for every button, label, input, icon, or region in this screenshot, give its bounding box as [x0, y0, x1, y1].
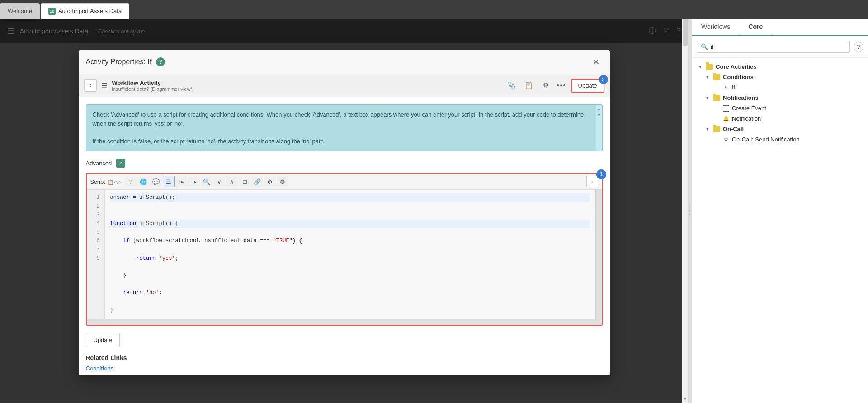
script-toolbar: Script 📋</> ? 🌐 💬 ☰ +▸ −▸ 🔍 ∨ ∧: [87, 174, 602, 190]
workflow-back-button[interactable]: ‹: [84, 79, 97, 92]
tree-label-create-event: Create Event: [732, 105, 766, 112]
tree-label-on-call: On-Call: [723, 126, 744, 132]
script-gear2-btn[interactable]: ⚙: [277, 176, 288, 187]
sidebar-help-icon[interactable]: ?: [854, 42, 863, 52]
folder-icon-core-activities: [706, 64, 713, 70]
workflow-bar-icons: 📎 📋 ⚙ •••: [505, 79, 566, 92]
code-content[interactable]: answer = ifScript(); function ifScript()…: [105, 190, 595, 319]
tab-bar: Welcome 58 Auto Import Assets Data: [0, 0, 868, 19]
activity-properties-modal: Activity Properties: If ? ✕ ‹ ☰ Workflow…: [79, 50, 610, 375]
update-badge: 2: [599, 75, 608, 84]
folder-icon-conditions: [713, 74, 720, 80]
modal-help-icon[interactable]: ?: [156, 57, 165, 66]
code-horizontal-scrollbar[interactable]: [87, 319, 602, 325]
search-icon: 🔍: [701, 43, 708, 50]
tree-label-conditions: Conditions: [723, 74, 754, 80]
update-button-bottom[interactable]: Update: [86, 333, 120, 347]
attachment-icon[interactable]: 📎: [505, 79, 518, 92]
script-label: Script 📋</>: [90, 178, 122, 185]
tree-label-notification: Notification: [732, 115, 761, 122]
settings-icon[interactable]: ⚙: [540, 79, 552, 92]
conditions-link[interactable]: Conditions: [86, 365, 113, 372]
advanced-row: Advanced ✓: [86, 159, 603, 168]
tree-toggle-on-call: ▼: [705, 127, 710, 131]
code-editor[interactable]: 1 2 3 4 5 6 7 8 answer = ifScript(); fun…: [87, 190, 602, 319]
script-link-btn[interactable]: 🔗: [251, 176, 263, 187]
advanced-label: Advanced: [86, 160, 112, 167]
workflow-menu-icon[interactable]: ☰: [101, 81, 108, 90]
modal-header: Activity Properties: If ? ✕: [79, 50, 610, 74]
workflow-bar: ‹ ☰ Workflow Activity insufficient data?…: [79, 74, 610, 97]
script-help-btn[interactable]: ?: [125, 176, 137, 187]
script-label-icon: 📋</>: [108, 179, 121, 185]
tree-label-if: If: [732, 84, 735, 91]
tree-toggle-conditions: ▼: [705, 75, 710, 80]
script-fullscreen-btn[interactable]: ›: [586, 176, 598, 187]
tab-active[interactable]: 58 Auto Import Assets Data: [41, 3, 129, 19]
main-container: ☰ Auto Import Assets Data — Checked out …: [0, 19, 868, 403]
related-links-title: Related Links: [86, 354, 603, 361]
tree-item-conditions[interactable]: ▼ Conditions: [692, 72, 868, 82]
script-gear-btn[interactable]: ⚙: [264, 176, 276, 187]
sidebar-search: 🔍 ?: [692, 36, 868, 58]
script-chevron-down-btn[interactable]: ∨: [213, 176, 225, 187]
tree-container: ▼ Core Activities ▼ Conditions ⤷ If ▼ No…: [692, 58, 868, 403]
folder-icon-notifications: [713, 95, 720, 101]
tree-label-core-activities: Core Activities: [716, 63, 757, 70]
advanced-checkbox[interactable]: ✓: [116, 159, 125, 168]
script-comment-btn[interactable]: 💬: [150, 176, 162, 187]
tree-item-if[interactable]: ⤷ If: [692, 82, 868, 93]
resize-handle[interactable]: • • •: [688, 19, 692, 403]
tree-item-send-notification[interactable]: ⚙ On-Call: Send Notification: [692, 134, 868, 145]
modal-body: Check 'Advanced' to use a script for cre…: [79, 97, 610, 375]
scroll-arrow-down[interactable]: ▼: [597, 113, 601, 118]
modal-overlay: Activity Properties: If ? ✕ ‹ ☰ Workflow…: [0, 19, 688, 403]
scroll-arrow-up[interactable]: ▲: [597, 107, 601, 112]
search-box: 🔍: [697, 41, 850, 53]
info-box: Check 'Advanced' to use a script for cre…: [86, 104, 603, 151]
related-links-section: Related Links Conditions: [86, 354, 603, 372]
workflow-info: Workflow Activity insufficient data? [Di…: [112, 80, 194, 92]
copy-icon[interactable]: 📋: [523, 79, 535, 92]
line-numbers: 1 2 3 4 5 6 7 8: [87, 190, 105, 319]
content-area: ☰ Auto Import Assets Data — Checked out …: [0, 19, 688, 403]
if-icon: ⤷: [723, 84, 729, 91]
tree-item-notification[interactable]: 🔔 Notification: [692, 113, 868, 124]
script-add-tag-btn[interactable]: +▸: [175, 176, 187, 187]
workflow-activity-sub: insufficient data? [Diagrammer view*]: [112, 86, 194, 92]
script-globe-btn[interactable]: 🌐: [137, 176, 149, 187]
sidebar-tabs: Workflows Core: [692, 19, 868, 36]
tree-item-create-event[interactable]: + Create Event: [692, 103, 868, 113]
code-scrollbar[interactable]: [595, 190, 602, 319]
modal-title: Activity Properties: If: [86, 58, 152, 66]
info-text-line2: when the script returns 'yes' or 'no'.: [93, 120, 184, 127]
info-box-scrollbar: ▲ ▼: [596, 105, 602, 151]
tab-welcome-label: Welcome: [8, 8, 32, 14]
tab-core[interactable]: Core: [739, 19, 772, 36]
tree-item-notifications[interactable]: ▼ Notifications: [692, 93, 868, 103]
tree-label-notifications: Notifications: [723, 94, 759, 101]
tab-active-label: Auto Import Assets Data: [58, 8, 122, 14]
tree-toggle-notifications: ▼: [705, 95, 710, 100]
tree-item-core-activities[interactable]: ▼ Core Activities: [692, 61, 868, 72]
script-badge: 1: [596, 169, 606, 179]
update-button-top[interactable]: Update 2: [571, 79, 604, 93]
tab-workflows[interactable]: Workflows: [692, 19, 739, 36]
right-sidebar: Workflows Core 🔍 ? ▼ Core Activities ▼: [692, 19, 868, 403]
tab-active-icon: 58: [48, 8, 56, 15]
script-expand-inner-btn[interactable]: ⊡: [239, 176, 250, 187]
tab-welcome[interactable]: Welcome: [0, 3, 40, 19]
more-options-icon[interactable]: •••: [557, 82, 566, 89]
create-event-icon: +: [723, 105, 729, 112]
tree-item-on-call[interactable]: ▼ On-Call: [692, 124, 868, 134]
script-search-btn[interactable]: 🔍: [201, 176, 212, 187]
tree-toggle-core-activities: ▼: [698, 64, 703, 69]
modal-close-button[interactable]: ✕: [590, 56, 603, 68]
folder-icon-on-call: [713, 126, 720, 132]
script-remove-tag-btn[interactable]: −▸: [188, 176, 200, 187]
script-list-btn[interactable]: ☰: [163, 176, 175, 187]
workflow-activity-title: Workflow Activity: [112, 80, 194, 86]
bell-icon: 🔔: [723, 116, 729, 122]
search-input[interactable]: [711, 43, 846, 50]
script-chevron-up-btn[interactable]: ∧: [226, 176, 238, 187]
